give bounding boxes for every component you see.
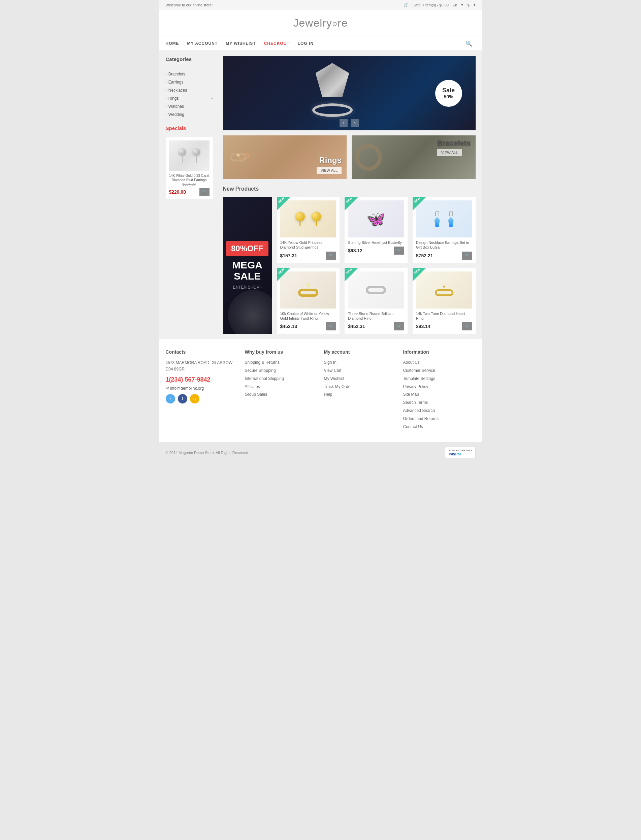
diamond-decoration <box>316 63 349 97</box>
list-item[interactable]: › Rings▾ <box>166 94 213 102</box>
affiliates-link[interactable]: Affiliates <box>245 384 317 390</box>
nav-checkout[interactable]: CHECKOUT <box>264 36 290 50</box>
new-products-section: New Products 80%OFF MEGA SALE ENTER SHOP… <box>223 186 476 334</box>
nav-login[interactable]: LOG IN <box>298 36 314 50</box>
list-item[interactable]: › Bracelets <box>166 70 213 78</box>
product-name-1: 14K Yellow Gold Princess Diamond Stud Ea… <box>280 240 337 250</box>
stud-post <box>182 157 182 163</box>
header: Jewelry⊙re <box>159 10 482 36</box>
view-cart-link[interactable]: View Cart <box>324 368 396 373</box>
footer-bottom: © 2014 Magento Demo Store. All Rights Re… <box>159 442 482 463</box>
search-terms-link[interactable]: Search Terms <box>403 400 476 406</box>
currency-selector[interactable]: $ <box>467 3 469 7</box>
site-map-link[interactable]: Site Map <box>403 392 476 397</box>
help-link[interactable]: Help <box>324 392 396 397</box>
mega-sale-enter-link[interactable]: ENTER SHOP › <box>233 285 261 290</box>
stud-post-2 <box>316 221 317 226</box>
template-settings-link[interactable]: Template Settings <box>403 376 476 381</box>
ring-base <box>435 289 453 296</box>
gold-stud-1 <box>295 212 305 221</box>
mega-sale-decoration <box>228 290 272 334</box>
hero-prev-button[interactable]: ‹ <box>340 119 348 127</box>
product-price-5: $452.31 <box>348 323 365 329</box>
rings-decoration <box>230 153 250 162</box>
group-sales-link[interactable]: Group Sales <box>245 392 317 397</box>
track-order-link[interactable]: Track My Order <box>324 384 396 390</box>
copyright-text: © 2014 Magento Demo Store. All Rights Re… <box>166 451 249 455</box>
footer-account: My account Sign In View Cart My Wishlist… <box>324 349 396 432</box>
shipping-returns-link[interactable]: Shipping & Returns <box>245 360 317 365</box>
list-item[interactable]: › Earrings <box>166 78 213 86</box>
top-bar-right: 🛒 Cart: 0 item(s) - $0.00 En▾ $▾ <box>404 3 476 7</box>
contact-us-link[interactable]: Contact Us <box>403 424 476 430</box>
hero-next-button[interactable]: › <box>351 119 359 127</box>
mega-sale-off-badge: 80%OFF <box>226 241 269 256</box>
logo[interactable]: Jewelry⊙re <box>166 17 476 29</box>
bracelets-view-all-button[interactable]: VIEW ALL <box>437 149 462 156</box>
cat-earrings[interactable]: › Earrings <box>166 80 213 85</box>
customer-service-link[interactable]: Customer Service <box>403 368 476 373</box>
cat-necklaces[interactable]: › Necklaces <box>166 88 213 93</box>
add-to-cart-6[interactable]: 🛒 <box>462 322 472 330</box>
international-shipping-link[interactable]: International Shipping <box>245 376 317 381</box>
heart-icon: ♥ <box>443 284 445 289</box>
add-to-cart-5[interactable]: 🛒 <box>394 322 404 330</box>
add-to-cart-1[interactable]: 🛒 <box>326 252 336 260</box>
privacy-policy-link[interactable]: Privacy Policy <box>403 384 476 390</box>
product-price-row-6: $93.14 🛒 <box>416 322 472 330</box>
list-item[interactable]: › Watches <box>166 102 213 111</box>
footer-phone[interactable]: 1(234) 567-9842 <box>166 376 238 383</box>
sign-in-link[interactable]: Sign In <box>324 360 396 365</box>
chevron-right-icon: › <box>166 113 167 116</box>
info-title: Information <box>403 349 476 355</box>
earrings-image <box>179 148 200 163</box>
product-price-row-1: $157.31 🛒 <box>280 252 337 260</box>
search-button[interactable]: 🔍 <box>462 37 476 50</box>
chevron-right-icon: › <box>166 97 167 100</box>
add-to-cart-2[interactable]: 🛒 <box>394 246 404 254</box>
footer-email: ✉ info@demolink.org <box>166 386 238 391</box>
about-us-link[interactable]: About Us <box>403 360 476 365</box>
list-item[interactable]: › Wedding <box>166 111 213 119</box>
hero-jewelry-image <box>302 63 363 124</box>
my-wishlist-link[interactable]: My Wishlist <box>324 376 396 381</box>
language-selector[interactable]: En <box>453 3 457 7</box>
advanced-search-link[interactable]: Advanced Search <box>403 408 476 414</box>
product-image-1 <box>280 200 337 237</box>
twitter-link[interactable]: t <box>166 394 175 404</box>
secure-shopping-link[interactable]: Secure Shopping <box>245 368 317 373</box>
list-item[interactable]: › Necklaces <box>166 86 213 94</box>
cat-bracelets[interactable]: › Bracelets <box>166 72 213 76</box>
welcome-text: Welcome to our online store! <box>166 3 213 7</box>
cat-wedding[interactable]: › Wedding <box>166 112 213 117</box>
earring-hook <box>435 211 439 216</box>
mega-sale-title-1: MEGA <box>232 259 263 270</box>
add-to-cart-button[interactable]: 🛒 <box>200 188 209 196</box>
nav-home[interactable]: HOME <box>166 36 179 50</box>
footer-address: 4578 MARMORA ROAD, GLASGOW D04 89GR <box>166 360 238 373</box>
stud-gem <box>179 148 186 156</box>
nav-wishlist[interactable]: MY WISHLIST <box>225 36 256 50</box>
bracelets-banner-text: Bracelets VIEW ALL <box>437 139 470 156</box>
earring-pendant <box>435 217 440 227</box>
special-price-sale: $220.00 <box>169 189 186 195</box>
email-text[interactable]: info@demolink.org <box>170 386 204 391</box>
cat-watches[interactable]: › Watches <box>166 104 213 109</box>
heart-ring-image: ♥ <box>435 284 453 296</box>
ring-gem-deco <box>306 283 310 287</box>
cat-rings[interactable]: › Rings <box>166 96 179 101</box>
product-image-5 <box>348 272 404 309</box>
rings-view-all-button[interactable]: VIEW ALL <box>317 167 341 174</box>
google-plus-link[interactable]: g <box>190 394 200 404</box>
footer-why: Why buy from us Shipping & Returns Secur… <box>245 349 317 432</box>
add-to-cart-3[interactable]: 🛒 <box>462 252 472 260</box>
footer-information: Information About Us Customer Service Te… <box>403 349 476 432</box>
orders-returns-link[interactable]: Orders and Returns <box>403 416 476 422</box>
add-to-cart-4[interactable]: 🛒 <box>326 322 336 330</box>
nav-account[interactable]: MY ACCOUNT <box>187 36 218 50</box>
facebook-link[interactable]: f <box>178 394 187 404</box>
cart-text[interactable]: Cart: 0 item(s) - $0.00 <box>412 3 449 7</box>
social-links: t f g <box>166 394 238 404</box>
product-card: NEW 10k Choice of White or Yellow Gold I… <box>277 268 340 334</box>
product-price-4: $452.13 <box>280 323 298 329</box>
